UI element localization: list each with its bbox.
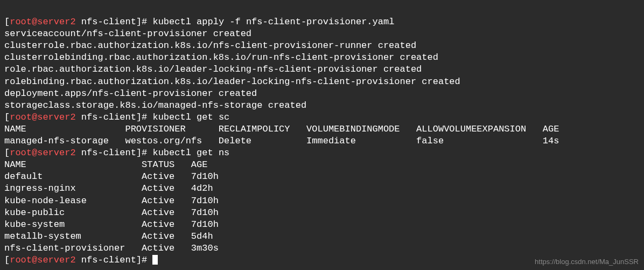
ns-row: kube-system Active 7d10h [4,219,219,230]
command-3: kubectl get ns [152,148,229,158]
output-line: role.rbac.authorization.k8s.io/leader-lo… [4,64,422,74]
output-line: storageclass.storage.k8s.io/managed-nfs-… [4,100,306,110]
ns-row: metallb-system Active 5d4h [4,231,213,241]
cursor[interactable] [152,255,158,265]
command-1: kubectl apply -f nfs-client-provisioner.… [152,17,394,27]
output-line: clusterrole.rbac.authorization.k8s.io/nf… [4,40,416,51]
ns-row: kube-public Active 7d10h [4,207,219,218]
ns-row: ingress-nginx Active 4d2h [4,183,213,193]
output-line: rolebinding.rbac.authorization.k8s.io/le… [4,77,460,87]
output-line: clusterrolebinding.rbac.authorization.k8… [4,52,438,63]
ns-header: NAME STATUS AGE [4,160,207,170]
output-line: serviceaccount/nfs-client-provisioner cr… [4,29,251,39]
ns-row: default Active 7d10h [4,171,219,182]
prompt-line-3: [root@server2 nfs-client]# kubectl get n… [4,148,229,158]
watermark-text: https://blog.csdn.net/Ma_JunSSR [535,258,639,267]
prompt-line-2: [root@server2 nfs-client]# kubectl get s… [4,112,229,122]
ns-row: kube-node-lease Active 7d10h [4,196,219,206]
output-line: deployment.apps/nfs-client-provisioner c… [4,88,257,99]
sc-row: managed-nfs-storage westos.org/nfs Delet… [4,136,559,146]
prompt-line-4: [root@server2 nfs-client]# [4,255,158,265]
ns-row: nfs-client-provisioner Active 3m30s [4,243,219,253]
command-2: kubectl get sc [152,112,229,122]
terminal-output[interactable]: [root@server2 nfs-client]# kubectl apply… [4,4,640,266]
sc-header: NAME PROVISIONER RECLAIMPOLICY VOLUMEBIN… [4,124,559,134]
prompt-line-1: [root@server2 nfs-client]# kubectl apply… [4,17,394,27]
